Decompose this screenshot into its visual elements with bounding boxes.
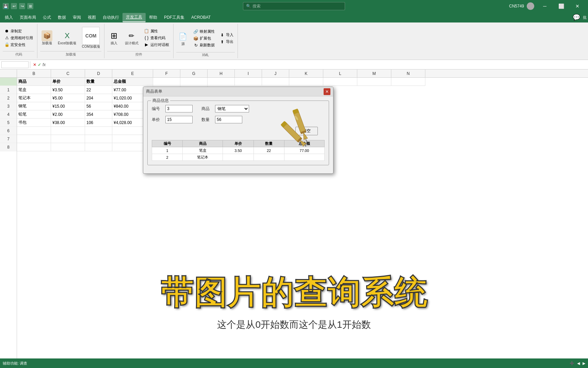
- formula-input[interactable]: [47, 62, 587, 67]
- record-macro-label: 录制宏: [11, 29, 22, 34]
- menu-data[interactable]: 数据: [54, 13, 69, 22]
- preview-r1-product: 笔盒: [183, 147, 223, 154]
- record-icon: ⏺: [4, 28, 10, 34]
- quantity-label: 数量: [201, 117, 212, 123]
- close-button[interactable]: ✕: [570, 0, 585, 12]
- preview-r2-total: [284, 154, 324, 161]
- excel-addins-label: Excel加载项: [58, 41, 76, 45]
- view-code-btn[interactable]: { } 查看代码: [143, 35, 170, 41]
- menu-pdf[interactable]: PDF工具集: [161, 13, 188, 22]
- dialog-group: 商品信息 编号 商品 钢笔 笔盒 笔记本 铅笔: [147, 101, 329, 165]
- refresh-icon: ↻: [193, 43, 199, 48]
- preview-r2-product: 笔记本: [183, 154, 223, 161]
- id-input[interactable]: [165, 105, 193, 112]
- preview-r2-quantity: [254, 154, 284, 161]
- insert-control-btn[interactable]: ⊞ 插入: [107, 30, 121, 46]
- product-select[interactable]: 钢笔 笔盒 笔记本 铅笔 书包: [215, 105, 249, 112]
- export-btn[interactable]: ⬆ 导出: [218, 39, 235, 45]
- xml-import-export: ⬇ 导入 ⬆ 导出: [218, 32, 235, 45]
- preview-r2-price: [223, 154, 254, 161]
- xml-sub-btns: 🔗 映射属性 📦 扩展包 ↻ 刷新数据: [192, 29, 216, 48]
- status-left: 辅助功能: 调查: [3, 361, 27, 366]
- search-box[interactable]: 🔍 搜索: [243, 2, 345, 10]
- refresh-data-btn[interactable]: ↻ 刷新数据: [192, 42, 216, 48]
- macro-security-label: 宏安全性: [11, 42, 26, 47]
- map-props-btn[interactable]: 🔗 映射属性: [192, 29, 216, 35]
- save-icon[interactable]: 💾: [3, 3, 9, 9]
- expand-pack-btn[interactable]: 📦 扩展包: [192, 35, 216, 42]
- export-label: 导出: [226, 39, 233, 44]
- menu-help[interactable]: 帮助: [146, 13, 161, 22]
- map-props-label: 映射属性: [200, 29, 215, 34]
- refresh-data-label: 刷新数据: [200, 43, 215, 48]
- id-label: 编号: [152, 106, 162, 112]
- formula-bar: ✕ ✓ fx: [0, 60, 588, 70]
- menu-insert[interactable]: 插入: [1, 13, 16, 22]
- dialog-titlebar[interactable]: 商品表单 ✕: [143, 87, 333, 96]
- design-mode-btn[interactable]: ✏ 设计模式: [124, 30, 140, 46]
- preview-r1-price: 3.50: [223, 147, 254, 154]
- batch-label[interactable]: 批: [583, 15, 587, 20]
- ribbon-group-addins: 📦 加载项 X Excel加载项 COM COM加载项 加载项: [37, 24, 104, 58]
- pen-svg: [278, 104, 325, 149]
- export-icon: ⬆: [219, 39, 225, 45]
- pen-image-area: [278, 104, 325, 149]
- controls-group-label: 控件: [107, 51, 170, 57]
- ribbon-group-controls: ⊞ 插入 ✏ 设计模式 📋 属性 { } 查看代码 ▶ 运行对话框: [104, 24, 174, 58]
- minimize-button[interactable]: ─: [537, 0, 553, 12]
- menu-review[interactable]: 审阅: [69, 13, 84, 22]
- function-icon[interactable]: fx: [43, 62, 46, 67]
- addins-btn[interactable]: 📦 加载项: [40, 30, 54, 46]
- excel-addins-btn[interactable]: X Excel加载项: [56, 30, 78, 46]
- code-buttons: ⏺ 录制宏 ⚠ 使用相对引用 🔒 宏安全性: [3, 28, 34, 48]
- code-group-label: 代码: [3, 51, 34, 57]
- scroll-left-icon[interactable]: ◀: [577, 361, 580, 366]
- dialog: 商品表单 ✕ 商品信息 编号 商品 钢笔: [143, 87, 333, 174]
- design-mode-icon: ✏: [126, 30, 137, 41]
- quantity-input[interactable]: [215, 116, 242, 123]
- addins-items: 📦 加载项 X Excel加载项 COM COM加载项: [40, 25, 101, 50]
- comment-icon[interactable]: 💬: [573, 14, 580, 21]
- layout-icon[interactable]: ⊞: [27, 3, 33, 9]
- xml-group-label: XML: [176, 52, 235, 57]
- relative-icon: ⚠: [4, 35, 10, 41]
- menu-acrobat[interactable]: ACROBAT: [188, 14, 214, 21]
- expand-pack-label: 扩展包: [200, 36, 211, 41]
- xml-items: 📄 源 🔗 映射属性 📦 扩展包 ↻ 刷新数据 ⬇: [176, 25, 235, 51]
- macro-security-btn[interactable]: 🔒 宏安全性: [3, 42, 34, 48]
- import-btn[interactable]: ⬇ 导入: [218, 32, 235, 38]
- confirm-formula-icon[interactable]: ✓: [38, 62, 41, 67]
- preview-r2-id: 2: [152, 154, 183, 161]
- com-addins-btn[interactable]: COM COM加载项: [80, 26, 101, 49]
- undo-icon[interactable]: ↩: [11, 3, 17, 9]
- properties-label: 属性: [150, 29, 158, 34]
- preview-r1-id: 1: [152, 147, 183, 154]
- menu-page-layout[interactable]: 页面布局: [16, 13, 39, 22]
- run-dialog-btn[interactable]: ▶ 运行对话框: [143, 42, 170, 48]
- maximize-button[interactable]: ⬜: [553, 0, 569, 12]
- menu-devtools[interactable]: 开发工具: [122, 13, 146, 22]
- menu-formula[interactable]: 公式: [39, 13, 54, 22]
- properties-btn[interactable]: 📋 属性: [143, 28, 170, 34]
- dialog-close-button[interactable]: ✕: [324, 88, 330, 95]
- menu-autoexec[interactable]: 自动执行: [99, 13, 122, 22]
- price-input[interactable]: [165, 116, 193, 123]
- addins-icon: 📦: [42, 30, 52, 41]
- relative-ref-btn[interactable]: ⚠ 使用相对引用: [3, 35, 34, 41]
- redo-icon[interactable]: ↪: [19, 3, 25, 9]
- overlay-sub-text: 这个是从0开始数而这个是从1开始数: [217, 318, 371, 331]
- record-macro-btn[interactable]: ⏺ 录制宏: [3, 28, 34, 34]
- preview-col-product: 商品: [183, 140, 223, 147]
- sheet-add-icon[interactable]: ➕: [570, 361, 574, 366]
- preview-row-2: 2 笔记本: [152, 154, 325, 161]
- menu-view[interactable]: 视图: [84, 13, 99, 22]
- overlay-text-area: 带图片的查询系统 这个是从0开始数而这个是从1开始数: [0, 271, 588, 331]
- dialog-title: 商品表单: [146, 89, 324, 94]
- excel-addins-icon: X: [62, 30, 72, 41]
- design-mode-label: 设计模式: [125, 41, 138, 45]
- source-btn[interactable]: 📄 源: [176, 30, 190, 47]
- cancel-formula-icon[interactable]: ✕: [33, 62, 36, 67]
- scroll-right-icon[interactable]: ▶: [583, 361, 585, 366]
- com-icon: COM: [82, 27, 100, 45]
- name-box[interactable]: [1, 61, 29, 68]
